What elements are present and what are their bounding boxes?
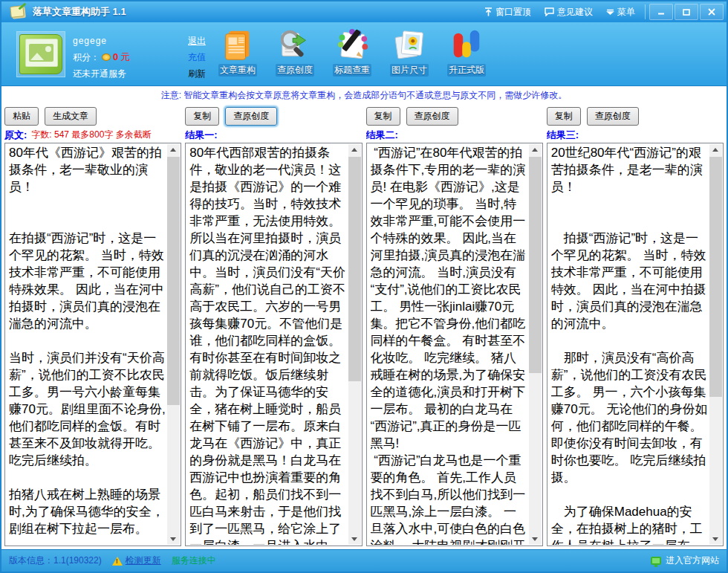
- text-columns: 80年代《西游记》艰苦的拍摄条件，老一辈敬业的演员！ 在拍摄“西游记”时，这是一…: [1, 143, 727, 549]
- logout-link[interactable]: 退出: [182, 33, 212, 49]
- scroll-up-icon[interactable]: [529, 144, 542, 156]
- result2-title: 结果二:: [366, 129, 398, 142]
- scrollbar[interactable]: [167, 144, 180, 545]
- toolbar: 文章重构 查原创度: [215, 27, 490, 77]
- app-logo-icon: [9, 4, 27, 19]
- points-unit: 元: [120, 49, 130, 65]
- close-button[interactable]: [700, 4, 724, 20]
- scroll-down-icon[interactable]: [167, 533, 180, 545]
- service-status: 还未开通服务: [73, 65, 130, 82]
- result2-textarea[interactable]: “西游记”在80年代艰苦的拍摄条件下,专用的老一辈的演员! 在电影《西游记》,这…: [366, 143, 543, 546]
- scroll-thumb[interactable]: [167, 157, 180, 405]
- result2-text[interactable]: “西游记”在80年代艰苦的拍摄条件下,专用的老一辈的演员! 在电影《西游记》,这…: [371, 144, 527, 545]
- toolbar-item-upgrade[interactable]: 升正式版: [443, 27, 490, 77]
- scrollbar[interactable]: [709, 144, 722, 545]
- image-size-icon: [392, 27, 426, 62]
- scroll-down-icon[interactable]: [348, 533, 361, 545]
- scroll-up-icon[interactable]: [709, 144, 722, 156]
- green-book-icon: [19, 34, 62, 74]
- feedback-button[interactable]: 意见建议: [538, 1, 599, 22]
- speech-bubble-icon: [545, 7, 554, 16]
- recharge-link[interactable]: 充值: [182, 49, 212, 65]
- titlebar: 落草文章重构助手 1.1 窗口置顶 意见建议 菜单: [1, 1, 727, 22]
- pin-top-icon: [484, 7, 493, 16]
- source-text[interactable]: 80年代《西游记》艰苦的拍摄条件，老一辈敬业的演员！ 在拍摄“西游记”时，这是一…: [9, 144, 166, 545]
- scroll-up-icon[interactable]: [348, 144, 361, 156]
- scroll-thumb[interactable]: [348, 157, 361, 381]
- scrollbar[interactable]: [348, 144, 361, 545]
- app-window: 落草文章重构助手 1.1 窗口置顶 意见建议 菜单: [0, 0, 728, 573]
- coin-icon: [102, 54, 111, 61]
- generate-article-button[interactable]: 生成文章: [45, 107, 97, 126]
- main-area: 注意: 智能文章重构会按文章原意将文章重构，会造成部分语句不通或意思与原文不同，…: [1, 86, 727, 549]
- source-word-count: 字数: 547 最多800字 多余截断: [31, 129, 151, 141]
- close-icon: [708, 8, 715, 16]
- maximize-icon: [683, 9, 690, 16]
- buttons-row: 粘贴 生成文章 复制 查原创度 复制 查原创度 复制 查原创度: [1, 105, 727, 127]
- result1-textarea[interactable]: 80年代西部艰苦的拍摄条件，敬业的老一代演员！这是拍摄《西游记》的一个难得的技巧…: [185, 143, 362, 546]
- official-website-link[interactable]: 进入官方网站: [651, 554, 719, 567]
- menu-button[interactable]: 菜单: [599, 1, 642, 22]
- result1-text[interactable]: 80年代西部艰苦的拍摄条件，敬业的老一代演员！这是拍摄《西游记》的一个难得的技巧…: [189, 144, 346, 545]
- scroll-thumb[interactable]: [709, 157, 722, 397]
- connection-status: 服务连接中: [172, 554, 216, 567]
- result3-textarea[interactable]: 20世纪80年代“西游记”的艰苦拍摄条件，是老一辈的演员！ 拍摄“西游记”时，这…: [547, 143, 724, 546]
- scrollbar[interactable]: [529, 144, 542, 545]
- points-label: 积分：: [73, 49, 100, 65]
- check-originality-button-result3[interactable]: 查原创度: [587, 107, 639, 126]
- check-originality-button-result2[interactable]: 查原创度: [406, 107, 458, 126]
- window-title: 落草文章重构助手 1.1: [33, 5, 126, 19]
- notice-text: 注意: 智能文章重构会按文章原意将文章重构，会造成部分语句不通或意思与原文不同，…: [1, 86, 727, 105]
- scroll-up-icon[interactable]: [167, 144, 180, 156]
- article-rebuild-icon: [221, 27, 255, 62]
- version-info: 版本信息：1.1(190322): [9, 554, 102, 567]
- copy-button-result2[interactable]: 复制: [366, 107, 400, 126]
- result3-text[interactable]: 20世纪80年代“西游记”的艰苦拍摄条件，是老一辈的演员！ 拍摄“西游记”时，这…: [551, 144, 708, 545]
- copy-button-result1[interactable]: 复制: [185, 107, 219, 126]
- upgrade-full-version-icon: [449, 27, 484, 62]
- source-title: 原文:: [4, 129, 27, 142]
- check-originality-button-result1[interactable]: 查原创度: [225, 107, 277, 126]
- copy-button-result3[interactable]: 复制: [547, 107, 581, 126]
- points-value: 0: [113, 49, 118, 65]
- pin-window-button[interactable]: 窗口置顶: [478, 1, 538, 22]
- header: gegege 积分： 0 元 还未开通服务 退出 充值 刷新 文: [1, 22, 727, 86]
- column-headers: 原文: 字数: 547 最多800字 多余截断 结果一: 结果二: 结果三:: [1, 127, 727, 143]
- toolbar-item-originality-check[interactable]: 查原创度: [272, 27, 318, 77]
- originality-check-icon: [278, 27, 312, 62]
- minimize-button[interactable]: [649, 4, 673, 20]
- result1-title: 结果一:: [185, 129, 217, 142]
- result3-title: 结果三:: [547, 129, 579, 142]
- source-textarea[interactable]: 80年代《西游记》艰苦的拍摄条件，老一辈敬业的演员！ 在拍摄“西游记”时，这是一…: [4, 143, 181, 546]
- paste-button[interactable]: 粘贴: [4, 107, 39, 126]
- refresh-link[interactable]: 刷新: [182, 65, 212, 82]
- minimize-icon: [657, 9, 665, 15]
- statusbar: 版本信息：1.1(190322) 检测更新 服务连接中 进入官方网站: [1, 549, 727, 572]
- toolbar-item-article-rebuild[interactable]: 文章重构: [215, 27, 261, 77]
- title-duplicate-check-icon: [335, 27, 369, 62]
- scroll-thumb[interactable]: [529, 157, 542, 373]
- toolbar-item-title-check[interactable]: 标题查重: [329, 27, 375, 77]
- monitor-icon: [651, 557, 661, 565]
- check-update-link[interactable]: 检测更新: [112, 554, 161, 567]
- username: gegege: [73, 33, 130, 49]
- toolbar-item-image-size[interactable]: 图片尺寸: [386, 27, 432, 77]
- scroll-down-icon[interactable]: [709, 533, 722, 545]
- maximize-button[interactable]: [675, 4, 698, 20]
- chevron-down-icon: [606, 8, 614, 16]
- avatar: [16, 31, 65, 77]
- warning-icon: [112, 557, 123, 566]
- scroll-down-icon[interactable]: [529, 533, 542, 545]
